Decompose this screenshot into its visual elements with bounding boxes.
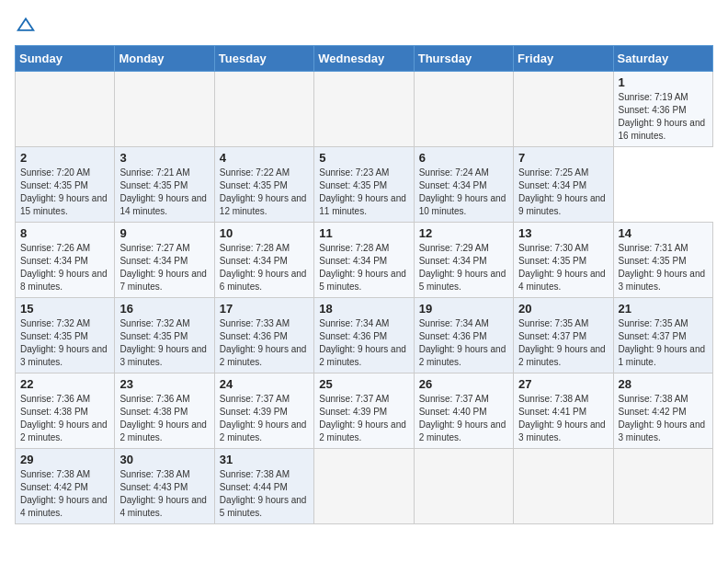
cell-content: Sunrise: 7:26 AMSunset: 4:34 PMDaylight:… — [20, 242, 109, 293]
calendar-week-1: 1Sunrise: 7:19 AMSunset: 4:36 PMDaylight… — [16, 72, 713, 147]
day-number: 21 — [619, 302, 708, 316]
cell-content: Sunrise: 7:24 AMSunset: 4:34 PMDaylight:… — [419, 167, 508, 218]
calendar-cell: 13Sunrise: 7:30 AMSunset: 4:35 PMDayligh… — [514, 223, 613, 298]
logo — [15, 15, 40, 34]
cell-content: Sunrise: 7:38 AMSunset: 4:44 PMDaylight:… — [220, 468, 309, 520]
day-number: 15 — [20, 302, 109, 316]
cell-content: Sunrise: 7:34 AMSunset: 4:36 PMDaylight:… — [419, 317, 508, 369]
cell-content: Sunrise: 7:23 AMSunset: 4:35 PMDaylight:… — [319, 167, 408, 218]
calendar-cell — [214, 72, 313, 147]
cell-content: Sunrise: 7:37 AMSunset: 4:39 PMDaylight:… — [220, 393, 309, 444]
calendar-cell: 10Sunrise: 7:28 AMSunset: 4:34 PMDayligh… — [214, 223, 313, 298]
cell-content: Sunrise: 7:21 AMSunset: 4:35 PMDaylight:… — [119, 167, 209, 218]
cell-content: Sunrise: 7:38 AMSunset: 4:42 PMDaylight:… — [20, 468, 109, 520]
day-number: 13 — [518, 226, 608, 240]
calendar-cell — [414, 72, 513, 147]
calendar-cell: 9Sunrise: 7:27 AMSunset: 4:34 PMDaylight… — [115, 223, 214, 298]
cell-content: Sunrise: 7:22 AMSunset: 4:35 PMDaylight:… — [220, 167, 309, 218]
col-header-sunday: Sunday — [16, 46, 115, 72]
calendar-cell: 26Sunrise: 7:37 AMSunset: 4:40 PMDayligh… — [414, 373, 513, 449]
cell-content: Sunrise: 7:31 AMSunset: 4:35 PMDaylight:… — [619, 242, 708, 293]
calendar-cell: 22Sunrise: 7:36 AMSunset: 4:38 PMDayligh… — [16, 373, 115, 449]
day-number: 1 — [619, 75, 708, 89]
calendar-cell: 5Sunrise: 7:23 AMSunset: 4:35 PMDaylight… — [314, 147, 414, 223]
calendar-cell: 29Sunrise: 7:38 AMSunset: 4:42 PMDayligh… — [16, 449, 115, 524]
day-number: 30 — [119, 453, 209, 466]
calendar-cell: 3Sunrise: 7:21 AMSunset: 4:35 PMDaylight… — [115, 147, 214, 223]
calendar-cell: 2Sunrise: 7:20 AMSunset: 4:35 PMDaylight… — [16, 147, 115, 223]
day-number: 19 — [419, 302, 508, 316]
cell-content: Sunrise: 7:38 AMSunset: 4:41 PMDaylight:… — [518, 393, 608, 444]
calendar-cell: 7Sunrise: 7:25 AMSunset: 4:34 PMDaylight… — [514, 147, 613, 223]
calendar-cell: 15Sunrise: 7:32 AMSunset: 4:35 PMDayligh… — [16, 298, 115, 373]
day-number: 31 — [220, 453, 309, 466]
col-header-friday: Friday — [514, 46, 613, 72]
col-header-thursday: Thursday — [414, 46, 513, 72]
calendar-cell: 18Sunrise: 7:34 AMSunset: 4:36 PMDayligh… — [314, 298, 414, 373]
cell-content: Sunrise: 7:38 AMSunset: 4:43 PMDaylight:… — [119, 468, 209, 520]
calendar-cell: 19Sunrise: 7:34 AMSunset: 4:36 PMDayligh… — [414, 298, 513, 373]
calendar-cell: 27Sunrise: 7:38 AMSunset: 4:41 PMDayligh… — [514, 373, 613, 449]
cell-content: Sunrise: 7:19 AMSunset: 4:36 PMDaylight:… — [619, 91, 708, 143]
calendar-table: SundayMondayTuesdayWednesdayThursdayFrid… — [15, 45, 713, 524]
cell-content: Sunrise: 7:37 AMSunset: 4:39 PMDaylight:… — [319, 393, 408, 444]
day-number: 26 — [419, 377, 508, 391]
cell-content: Sunrise: 7:37 AMSunset: 4:40 PMDaylight:… — [419, 393, 508, 444]
day-number: 2 — [20, 151, 109, 165]
cell-content: Sunrise: 7:30 AMSunset: 4:35 PMDaylight:… — [518, 242, 608, 293]
calendar-cell — [514, 449, 613, 524]
calendar-cell — [414, 449, 513, 524]
calendar-cell — [16, 72, 115, 147]
cell-content: Sunrise: 7:28 AMSunset: 4:34 PMDaylight:… — [220, 242, 309, 293]
calendar-cell: 25Sunrise: 7:37 AMSunset: 4:39 PMDayligh… — [314, 373, 414, 449]
calendar-cell — [115, 72, 214, 147]
cell-content: Sunrise: 7:35 AMSunset: 4:37 PMDaylight:… — [518, 317, 608, 369]
cell-content: Sunrise: 7:28 AMSunset: 4:34 PMDaylight:… — [319, 242, 408, 293]
cell-content: Sunrise: 7:20 AMSunset: 4:35 PMDaylight:… — [20, 167, 109, 218]
day-number: 16 — [119, 302, 209, 316]
calendar-cell: 11Sunrise: 7:28 AMSunset: 4:34 PMDayligh… — [314, 223, 414, 298]
day-number: 22 — [20, 377, 109, 391]
cell-content: Sunrise: 7:35 AMSunset: 4:37 PMDaylight:… — [619, 317, 708, 369]
calendar-cell: 4Sunrise: 7:22 AMSunset: 4:35 PMDaylight… — [214, 147, 313, 223]
calendar-cell: 28Sunrise: 7:38 AMSunset: 4:42 PMDayligh… — [613, 373, 712, 449]
cell-content: Sunrise: 7:32 AMSunset: 4:35 PMDaylight:… — [119, 317, 209, 369]
calendar-cell: 21Sunrise: 7:35 AMSunset: 4:37 PMDayligh… — [613, 298, 712, 373]
cell-content: Sunrise: 7:38 AMSunset: 4:42 PMDaylight:… — [619, 393, 708, 444]
page-header — [15, 15, 713, 34]
calendar-week-5: 22Sunrise: 7:36 AMSunset: 4:38 PMDayligh… — [16, 373, 713, 449]
day-number: 4 — [220, 151, 309, 165]
calendar-cell: 17Sunrise: 7:33 AMSunset: 4:36 PMDayligh… — [214, 298, 313, 373]
calendar-cell — [514, 72, 613, 147]
cell-content: Sunrise: 7:36 AMSunset: 4:38 PMDaylight:… — [20, 393, 109, 444]
cell-content: Sunrise: 7:33 AMSunset: 4:36 PMDaylight:… — [220, 317, 309, 369]
cell-content: Sunrise: 7:34 AMSunset: 4:36 PMDaylight:… — [319, 317, 408, 369]
day-number: 3 — [119, 151, 209, 165]
col-header-monday: Monday — [115, 46, 214, 72]
calendar-cell: 14Sunrise: 7:31 AMSunset: 4:35 PMDayligh… — [613, 223, 712, 298]
col-header-wednesday: Wednesday — [314, 46, 414, 72]
calendar-week-4: 15Sunrise: 7:32 AMSunset: 4:35 PMDayligh… — [16, 298, 713, 373]
calendar-cell: 31Sunrise: 7:38 AMSunset: 4:44 PMDayligh… — [214, 449, 313, 524]
day-number: 17 — [220, 302, 309, 316]
day-number: 27 — [518, 377, 608, 391]
calendar-week-2: 2Sunrise: 7:20 AMSunset: 4:35 PMDaylight… — [16, 147, 713, 223]
col-header-tuesday: Tuesday — [214, 46, 313, 72]
calendar-cell — [314, 72, 414, 147]
day-number: 10 — [220, 226, 309, 240]
day-number: 6 — [419, 151, 508, 165]
cell-content: Sunrise: 7:29 AMSunset: 4:34 PMDaylight:… — [419, 242, 508, 293]
calendar-cell — [613, 449, 712, 524]
calendar-cell: 23Sunrise: 7:36 AMSunset: 4:38 PMDayligh… — [115, 373, 214, 449]
day-number: 5 — [319, 151, 408, 165]
calendar-cell: 8Sunrise: 7:26 AMSunset: 4:34 PMDaylight… — [16, 223, 115, 298]
calendar-cell: 20Sunrise: 7:35 AMSunset: 4:37 PMDayligh… — [514, 298, 613, 373]
day-number: 25 — [319, 377, 408, 391]
logo-icon — [15, 16, 37, 34]
day-number: 8 — [20, 226, 109, 240]
calendar-cell: 12Sunrise: 7:29 AMSunset: 4:34 PMDayligh… — [414, 223, 513, 298]
cell-content: Sunrise: 7:27 AMSunset: 4:34 PMDaylight:… — [119, 242, 209, 293]
col-header-saturday: Saturday — [613, 46, 712, 72]
day-number: 9 — [119, 226, 209, 240]
cell-content: Sunrise: 7:32 AMSunset: 4:35 PMDaylight:… — [20, 317, 109, 369]
